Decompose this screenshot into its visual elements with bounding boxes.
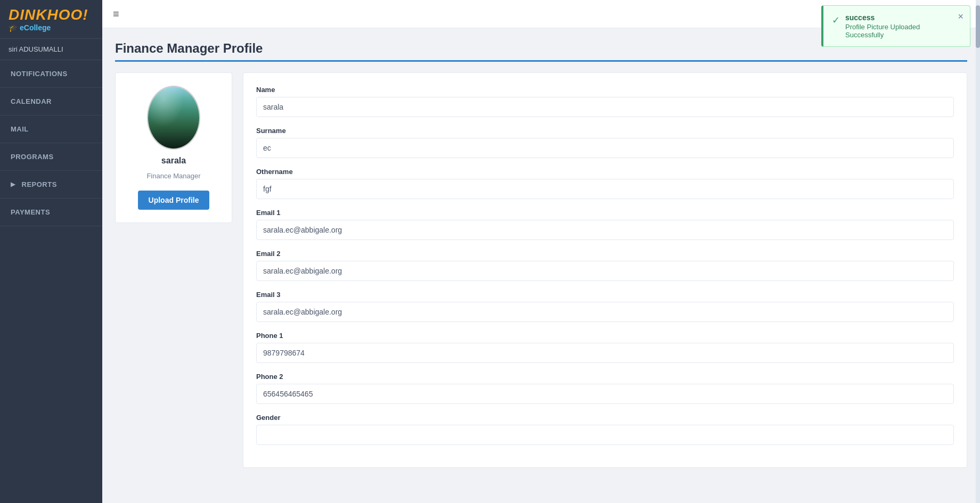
form-card: Name Surname Othername Email 1 Email 2 — [243, 72, 967, 468]
toast-close-button[interactable]: × — [958, 11, 963, 22]
field-email1: Email 1 — [256, 209, 954, 240]
nav-label: MAIL — [11, 125, 29, 133]
nav-label: CALENDAR — [11, 97, 52, 105]
label-phone1: Phone 1 — [256, 332, 954, 340]
chevron-icon: ▶ — [11, 181, 15, 188]
input-surname[interactable] — [256, 138, 954, 158]
profile-layout: sarala Finance Manager Upload Profile Na… — [115, 72, 967, 468]
input-email2[interactable] — [256, 261, 954, 281]
profile-card: sarala Finance Manager Upload Profile — [115, 72, 232, 223]
sidebar-user: siri ADUSUMALLI — [0, 39, 102, 60]
logo-sub: 🎓 eCollege — [9, 23, 94, 32]
success-toast: ✓ success Profile Picture Uploaded Succe… — [821, 5, 970, 47]
field-email3: Email 3 — [256, 291, 954, 322]
profile-photo — [147, 86, 200, 150]
sidebar-item-calendar[interactable]: CALENDAR — [0, 88, 102, 116]
upload-profile-button[interactable]: Upload Profile — [138, 191, 210, 210]
toast-title: success — [845, 13, 949, 22]
toast-message: Profile Picture Uploaded Successfully — [845, 23, 949, 39]
logo-area: DINKHOO! 🎓 eCollege — [0, 0, 102, 39]
content-area: Finance Manager Profile sarala Finance M… — [102, 28, 980, 503]
label-phone2: Phone 2 — [256, 373, 954, 381]
scrollbar-thumb — [976, 5, 980, 48]
profile-photo-inner — [148, 87, 199, 149]
input-email1[interactable] — [256, 220, 954, 240]
input-phone2[interactable] — [256, 384, 954, 404]
label-gender: Gender — [256, 414, 954, 422]
label-othername: Othername — [256, 168, 954, 176]
field-phone2: Phone 2 — [256, 373, 954, 404]
field-phone1: Phone 1 — [256, 332, 954, 363]
label-email2: Email 2 — [256, 250, 954, 258]
field-gender: Gender — [256, 414, 954, 445]
input-phone1[interactable] — [256, 343, 954, 363]
sidebar-item-mail[interactable]: MAIL — [0, 116, 102, 143]
field-othername: Othername — [256, 168, 954, 199]
toast-content: success Profile Picture Uploaded Success… — [845, 13, 949, 39]
logo-brand: DINKHOO! — [9, 6, 94, 23]
sidebar-item-reports[interactable]: ▶ REPORTS — [0, 171, 102, 199]
input-email3[interactable] — [256, 302, 954, 322]
label-name: Name — [256, 86, 954, 94]
field-name: Name — [256, 86, 954, 117]
profile-role: Finance Manager — [146, 172, 200, 180]
sidebar-item-notifications[interactable]: NOTIFICATIONS — [0, 60, 102, 88]
sidebar-item-programs[interactable]: PROGRAMS — [0, 143, 102, 171]
input-name[interactable] — [256, 97, 954, 117]
sidebar-nav: NOTIFICATIONS CALENDAR MAIL PROGRAMS ▶ R… — [0, 60, 102, 503]
nav-label: PROGRAMS — [11, 153, 54, 161]
main-content: ≡ 👤 Finance Manager Profile sarala Finan… — [102, 0, 980, 503]
scrollbar[interactable] — [976, 0, 980, 503]
grad-icon: 🎓 — [9, 23, 18, 32]
label-email1: Email 1 — [256, 209, 954, 217]
nav-label: NOTIFICATIONS — [11, 70, 68, 78]
sidebar-item-payments[interactable]: PAYMENTS — [0, 199, 102, 226]
field-email2: Email 2 — [256, 250, 954, 281]
check-icon: ✓ — [832, 14, 840, 26]
input-gender[interactable] — [256, 425, 954, 445]
nav-label: REPORTS — [22, 180, 57, 188]
nav-label: PAYMENTS — [11, 208, 50, 216]
field-surname: Surname — [256, 127, 954, 158]
input-othername[interactable] — [256, 179, 954, 199]
sidebar: DINKHOO! 🎓 eCollege siri ADUSUMALLI NOTI… — [0, 0, 102, 503]
label-surname: Surname — [256, 127, 954, 135]
hamburger-button[interactable]: ≡ — [113, 8, 119, 20]
label-email3: Email 3 — [256, 291, 954, 299]
profile-name: sarala — [161, 156, 186, 166]
